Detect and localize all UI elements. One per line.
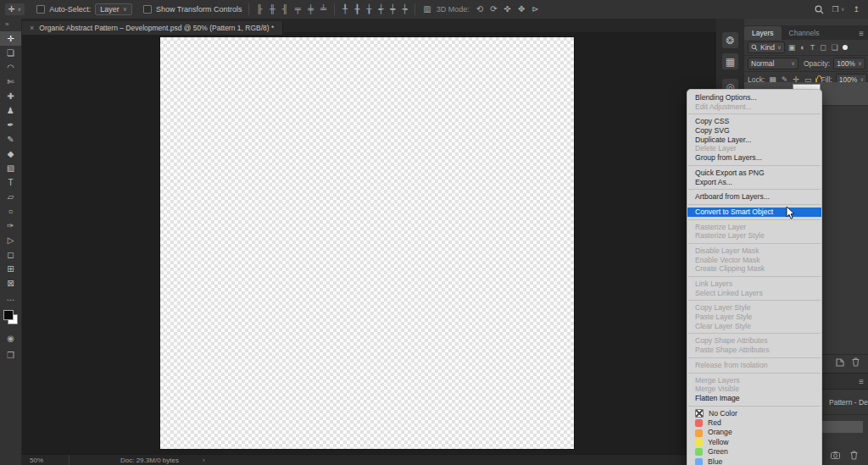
type-tool[interactable]: T [0, 175, 21, 190]
patterns-panel-icon[interactable]: ▦ [722, 53, 738, 69]
filter-shape-layers-icon[interactable]: ◻ [819, 43, 826, 52]
filter-adjustment-layers-icon[interactable]: ◐ [799, 43, 805, 52]
gradient-tool[interactable]: ▧ [0, 161, 21, 175]
menu-item-rasterize-layer: Rasterize Layer [687, 223, 821, 232]
align-right-edges-icon[interactable]: ╢ [281, 5, 290, 14]
align-left-edges-icon[interactable]: ╟ [255, 5, 264, 14]
search-icon[interactable] [815, 5, 824, 14]
collapse-toolbar-icon[interactable]: » [5, 20, 8, 28]
tab-layers[interactable]: Layers [744, 26, 782, 40]
history-state-row[interactable] [822, 421, 863, 433]
distribute-spacing-icon[interactable]: ▥ [421, 5, 432, 14]
move-tool[interactable]: ✛ [0, 31, 21, 46]
panel-tab-bar: Layers Channels ≡ [744, 25, 868, 40]
filter-kind-dropdown[interactable]: Kind ∨ [748, 42, 785, 53]
menu-item-yellow[interactable]: Yellow [687, 438, 821, 447]
menu-item-artboard-from-layers[interactable]: Artboard from Layers... [687, 192, 821, 202]
menu-item-flatten-image[interactable]: Flatten Image [687, 394, 821, 403]
workspace-switcher[interactable]: ❐ ∨ [832, 5, 845, 14]
divider [334, 3, 335, 15]
paint-bucket-tool[interactable]: ◆ [0, 147, 21, 161]
3d-pan-icon[interactable]: ✜ [503, 5, 513, 14]
filter-type-layers-icon[interactable]: T [810, 43, 816, 52]
filter-toggle-icon[interactable] [843, 45, 848, 50]
zoom-level-field[interactable]: 50% [21, 455, 70, 465]
brush-tool[interactable]: ✎ [0, 132, 21, 147]
3d-roll-icon[interactable]: ⟳ [488, 5, 498, 14]
healing-brush-tool[interactable]: ✚ [0, 89, 21, 103]
new-snapshot-icon[interactable] [831, 451, 840, 459]
menu-item-blending-options[interactable]: Blending Options... [687, 93, 821, 102]
delete-layer-icon[interactable] [852, 357, 860, 367]
screen-mode-icon[interactable]: ❐ [0, 351, 21, 360]
status-expand-icon[interactable]: › [203, 457, 205, 464]
filter-pixel-layers-icon[interactable]: ▣ [787, 43, 797, 52]
menu-separator [687, 274, 821, 280]
menu-item-copy-svg[interactable]: Copy SVG [687, 126, 821, 136]
path-selection-tool[interactable]: ▷ [0, 233, 21, 247]
color-panel-icon[interactable]: ❂ [722, 32, 738, 48]
quick-mask-icon[interactable]: ◉ [0, 334, 21, 343]
dodge-tool[interactable]: ○ [0, 204, 21, 219]
panel-menu-icon[interactable]: ≡ [859, 377, 864, 386]
color-swatches[interactable] [3, 310, 18, 324]
chevron-down-icon: ∨ [841, 6, 845, 13]
lasso-tool[interactable]: ◠ [0, 60, 21, 75]
clone-stamp-tool[interactable]: ♟ [0, 103, 21, 118]
delete-state-icon[interactable] [850, 451, 858, 460]
menu-item-copy-css[interactable]: Copy CSS [687, 117, 821, 126]
distribute-left-edges-icon[interactable]: ┽ [376, 5, 385, 14]
align-horizontal-centers-icon[interactable]: ╫ [268, 5, 277, 14]
align-bottom-edges-icon[interactable]: ╧ [319, 5, 328, 14]
3d-orbit-icon[interactable]: ⟲ [475, 5, 485, 14]
marquee-tool[interactable]: ❏ [0, 46, 21, 60]
active-tool-chip[interactable]: ✛ ∨ [5, 3, 25, 15]
blend-mode-dropdown[interactable]: Normal ∨ [748, 58, 798, 69]
distribute-top-edges-icon[interactable]: ╀ [341, 5, 349, 14]
menu-item-group-from-layers[interactable]: Group from Layers... [687, 153, 821, 163]
foreground-color-swatch[interactable] [3, 310, 14, 320]
menu-item-export-as[interactable]: Export As... [687, 178, 821, 187]
eraser-tool[interactable]: ▱ [0, 190, 21, 204]
tab-channels[interactable]: Channels [782, 26, 827, 40]
3d-scale-icon[interactable]: ⊳ [530, 5, 540, 14]
align-top-edges-icon[interactable]: ╤ [293, 5, 303, 14]
close-tab-icon[interactable]: × [30, 24, 34, 32]
menu-item-duplicate-layer[interactable]: Duplicate Layer... [687, 136, 821, 145]
new-layer-icon[interactable] [836, 358, 844, 367]
auto-select-checkbox[interactable] [36, 5, 45, 14]
filter-smart-objects-icon[interactable]: ❏ [831, 43, 839, 52]
tools-panel: » ✛❏◠✄✚♟✒✎◆▧T▱○✑▷◻⊞⊠… ◉ ❐ [0, 19, 22, 465]
opacity-dropdown[interactable]: 100% ∨ [833, 58, 865, 69]
distribute-vertical-centers-icon[interactable]: ╂ [353, 5, 361, 14]
tool-list: ✛❏◠✄✚♟✒✎◆▧T▱○✑▷◻⊞⊠… [0, 31, 21, 305]
eyedropper-tool[interactable]: ✒ [0, 118, 21, 132]
pen-tool[interactable]: ✑ [0, 219, 21, 233]
auto-select-target-dropdown[interactable]: Layer ∨ [95, 3, 132, 15]
quick-selection-tool[interactable]: ✄ [0, 75, 21, 89]
panel-menu-icon[interactable]: ≡ [859, 29, 864, 40]
show-transform-label: Show Transform Controls [156, 5, 242, 14]
frame-tool[interactable]: ⊠ [0, 276, 21, 291]
menu-item-quick-export-as-png[interactable]: Quick Export as PNG [687, 169, 821, 178]
distribute-right-edges-icon[interactable]: ┾ [400, 5, 409, 14]
menu-item-no-color[interactable]: No Color [687, 409, 821, 418]
rectangle-tool[interactable]: ◻ [0, 247, 21, 262]
menu-item-green[interactable]: Green [687, 447, 821, 457]
3d-slide-icon[interactable]: ✥ [516, 5, 526, 14]
options-bar: ✛ ∨ Auto-Select: Layer ∨ Show Transform … [0, 0, 868, 19]
distribute-bottom-edges-icon[interactable]: ╁ [364, 5, 373, 14]
menu-item-convert-to-smart-object[interactable]: Convert to Smart Object [687, 208, 821, 217]
document-tab[interactable]: × Organic Abstract Pattern – Development… [21, 21, 283, 35]
menu-item-orange[interactable]: Orange [687, 428, 821, 437]
edit-toolbar[interactable]: … [0, 291, 21, 305]
show-transform-checkbox[interactable] [143, 5, 152, 14]
document-canvas[interactable] [160, 37, 574, 449]
menu-item-enable-vector-mask: Enable Vector Mask [687, 256, 821, 265]
menu-item-red[interactable]: Red [687, 418, 821, 428]
distribute-horizontal-centers-icon[interactable]: ┿ [388, 5, 397, 14]
align-vertical-centers-icon[interactable]: ╪ [306, 5, 315, 14]
crop-tool[interactable]: ⊞ [0, 262, 21, 276]
menu-item-blue[interactable]: Blue [687, 457, 821, 465]
share-icon[interactable]: ↥ [853, 5, 860, 14]
